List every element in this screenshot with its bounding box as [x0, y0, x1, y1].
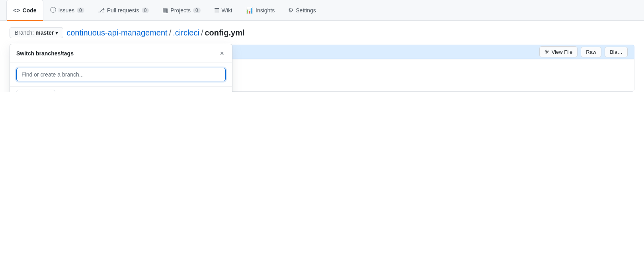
wiki-icon: ☰	[214, 7, 219, 14]
breadcrumb: continuous-api-management / .circleci / …	[66, 28, 244, 37]
dropdown-close-button[interactable]: ×	[218, 49, 226, 58]
code-icon: <>	[13, 7, 20, 14]
tab-insights[interactable]: 📊 Insights	[239, 0, 281, 20]
projects-icon: ▦	[162, 7, 168, 14]
dropdown-search-area	[10, 63, 232, 86]
branch-search-input[interactable]	[16, 68, 226, 81]
tab-wiki-label: Wiki	[222, 7, 232, 14]
settings-icon: ⚙	[288, 7, 293, 14]
pull-requests-badge: 0	[142, 8, 149, 13]
dropdown-title: Switch branches/tags	[16, 50, 74, 57]
tab-code-label: Code	[23, 7, 37, 14]
raw-label: Raw	[586, 49, 596, 55]
breadcrumb-folder-link[interactable]: .circleci	[173, 28, 199, 37]
view-file-label: View File	[552, 49, 573, 55]
repo-nav: <> Code ⓘ Issues 0 ⎇ Pull requests 0 ▦ P…	[0, 0, 644, 21]
tab-pull-requests-label: Pull requests	[107, 7, 139, 14]
dropdown-header: Switch branches/tags ×	[10, 44, 232, 63]
tab-pull-requests[interactable]: ⎇ Pull requests 0	[91, 0, 156, 20]
sparkle-icon: ✳	[544, 49, 549, 55]
tab-code[interactable]: <> Code	[6, 0, 43, 20]
dropdown-tab-tags[interactable]: Tags	[55, 90, 81, 92]
pull-request-icon: ⎇	[98, 7, 105, 14]
tab-projects-label: Projects	[170, 7, 191, 14]
breadcrumb-filename: config.yml	[205, 28, 244, 37]
branch-selector-button[interactable]: Branch: master ▾	[10, 27, 63, 38]
tab-issues-label: Issues	[59, 7, 74, 14]
breadcrumb-repo-link[interactable]: continuous-api-management	[66, 28, 168, 37]
dropdown-tab-branches[interactable]: Branches	[16, 90, 55, 92]
branch-name: master	[35, 29, 54, 36]
issues-badge: 0	[77, 8, 84, 13]
branch-dropdown: Switch branches/tags × Branches Tags gh-…	[10, 44, 232, 92]
tab-projects[interactable]: ▦ Projects 0	[156, 0, 207, 20]
dropdown-tabs: Branches Tags	[10, 86, 232, 92]
blame-button[interactable]: Bla…	[605, 47, 628, 57]
raw-button[interactable]: Raw	[581, 47, 601, 57]
tab-issues[interactable]: ⓘ Issues 0	[43, 0, 91, 20]
breadcrumb-sep-1: /	[169, 28, 172, 37]
view-file-button[interactable]: ✳ View File	[539, 46, 578, 57]
insights-icon: 📊	[246, 7, 253, 14]
file-path-area: Branch: master ▾ continuous-api-manageme…	[0, 21, 644, 45]
chevron-down-icon: ▾	[55, 29, 58, 36]
tab-settings[interactable]: ⚙ Settings	[281, 0, 323, 20]
branch-label: Branch:	[15, 29, 34, 36]
blame-label: Bla…	[610, 49, 623, 55]
breadcrumb-sep-2: /	[201, 28, 203, 37]
projects-badge: 0	[193, 8, 201, 13]
issues-icon: ⓘ	[50, 6, 56, 14]
tab-settings-label: Settings	[296, 7, 316, 14]
tab-wiki[interactable]: ☰ Wiki	[207, 0, 239, 20]
tab-insights-label: Insights	[256, 7, 275, 14]
